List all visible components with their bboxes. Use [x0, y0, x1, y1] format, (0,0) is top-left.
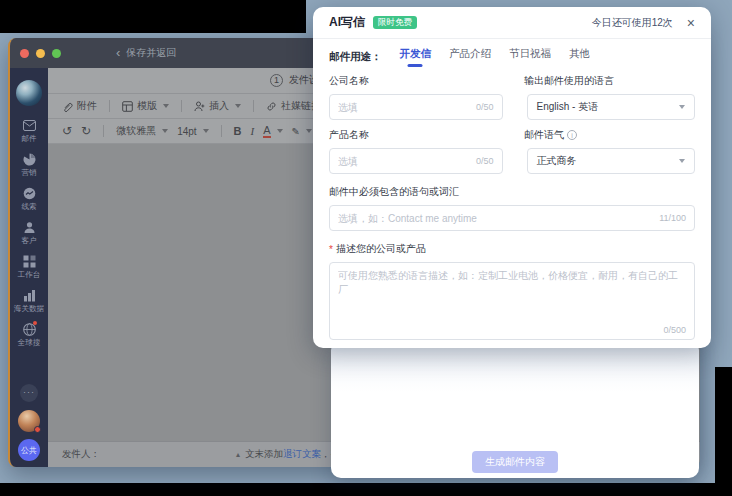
product-name-input[interactable]	[338, 156, 470, 167]
dialog-body: 公司名称 输出邮件使用的语言 0/50 English - 英语 产品名称 邮件…	[313, 66, 711, 340]
notification-dot	[33, 321, 37, 325]
company-name-fieldbox: 0/50	[329, 94, 503, 120]
font-family-select[interactable]: 微软雅黑	[116, 124, 168, 138]
traffic-lights	[20, 49, 61, 58]
collapse-arrow-icon[interactable]: ▴	[236, 450, 240, 459]
purpose-tabs: 邮件用途： 开发信 产品介绍 节日祝福 其他	[313, 39, 711, 66]
description-label: * 描述您的公司或产品	[329, 242, 695, 256]
chevron-down-icon	[162, 129, 168, 133]
must-include-input[interactable]	[338, 213, 653, 224]
person-icon	[22, 220, 36, 234]
sidebar: 邮件 营销 线索 客户	[10, 68, 48, 467]
trend-gauge-icon	[22, 186, 36, 200]
chevron-down-icon	[277, 129, 283, 133]
zoom-window-button[interactable]	[52, 49, 61, 58]
company-name-input[interactable]	[338, 102, 470, 113]
sidebar-item-customers[interactable]: 客户	[21, 220, 37, 245]
sidebar-item-customs-data[interactable]: 海关数据	[13, 288, 45, 313]
chevron-down-icon	[235, 104, 241, 108]
must-include-label: 邮件中必须包含的语句或词汇	[329, 185, 695, 199]
tab-holiday-greeting[interactable]: 节日祝福	[509, 47, 551, 67]
workspace-avatar[interactable]	[16, 80, 42, 106]
letterbox-top-left	[0, 0, 306, 33]
attachment-button[interactable]: 附件	[62, 99, 97, 113]
description-fieldbox: 0/500	[329, 262, 695, 340]
paperclip-icon	[62, 101, 73, 112]
dialog-title: AI写信	[329, 14, 365, 31]
company-name-counter: 0/50	[476, 102, 494, 112]
public-badge[interactable]: 公共	[18, 439, 40, 461]
info-icon[interactable]: i	[567, 130, 577, 140]
chevron-down-icon	[203, 129, 209, 133]
chevron-down-icon	[306, 129, 312, 133]
screen: ‹ 保存并返回 邮件 营销	[0, 0, 732, 496]
letterbox-bottom	[0, 483, 732, 496]
sidebar-item-mail[interactable]: 邮件	[21, 118, 37, 143]
grid-icon	[22, 254, 36, 268]
purpose-label: 邮件用途：	[329, 50, 382, 64]
output-language-label: 输出邮件使用的语言	[524, 74, 695, 88]
avatar-status-dot	[34, 426, 41, 433]
must-include-fieldbox: 11/100	[329, 205, 695, 231]
globe-icon	[22, 322, 36, 336]
email-tone-select[interactable]: 正式商务	[527, 148, 695, 174]
tab-other[interactable]: 其他	[569, 47, 590, 67]
limited-free-badge: 限时免费	[373, 16, 417, 29]
redo-button[interactable]: ↻	[81, 124, 91, 138]
close-icon[interactable]: ×	[687, 16, 695, 30]
back-save-return[interactable]: ‹ 保存并返回	[116, 46, 176, 60]
chevron-down-icon	[679, 159, 685, 163]
mail-icon	[22, 118, 36, 132]
italic-button[interactable]: I	[251, 125, 255, 137]
font-color-button[interactable]: A	[263, 125, 282, 138]
step-number: 1	[270, 74, 283, 87]
close-window-button[interactable]	[20, 49, 29, 58]
email-tone-value: 正式商务	[537, 154, 577, 168]
tab-product-intro[interactable]: 产品介绍	[449, 47, 491, 67]
template-icon	[122, 101, 133, 112]
sidebar-item-workbench[interactable]: 工作台	[17, 254, 41, 279]
sidebar-item-global-search[interactable]: 全球搜	[17, 322, 41, 347]
daily-quota-text: 今日还可使用12次	[592, 16, 673, 30]
description-textarea[interactable]	[338, 269, 686, 325]
sender-label: 发件人：	[62, 448, 100, 461]
unsubscribe-link[interactable]: 退订文案	[283, 448, 321, 459]
font-size-select[interactable]: 14pt	[177, 126, 208, 137]
highlight-button[interactable]: ✎	[292, 126, 312, 137]
output-language-value: English - 英语	[537, 100, 599, 114]
must-include-counter: 11/100	[659, 213, 686, 223]
product-name-counter: 0/50	[476, 156, 494, 166]
ai-write-dialog: AI写信 限时免费 今日还可使用12次 × 邮件用途： 开发信 产品介绍 节日祝…	[313, 7, 711, 348]
person-plus-icon	[194, 101, 205, 112]
bar-chart-icon	[22, 288, 36, 302]
bold-button[interactable]: B	[234, 125, 242, 137]
sidebar-more-button[interactable]: ···	[20, 384, 38, 402]
pie-chart-icon	[22, 152, 36, 166]
link-icon	[266, 101, 277, 112]
insert-button[interactable]: 插入	[194, 99, 241, 113]
back-label: 保存并返回	[126, 46, 176, 60]
chevron-down-icon	[163, 104, 169, 108]
chevron-down-icon	[679, 105, 685, 109]
template-button[interactable]: 模版	[122, 99, 169, 113]
tab-cold-email[interactable]: 开发信	[400, 47, 432, 67]
undo-button[interactable]: ↺	[62, 124, 72, 138]
back-chevron-icon: ‹	[116, 48, 120, 58]
dialog-header: AI写信 限时免费 今日还可使用12次 ×	[313, 7, 711, 39]
email-tone-label: 邮件语气 i	[524, 128, 695, 142]
letterbox-right	[715, 367, 732, 496]
minimize-window-button[interactable]	[36, 49, 45, 58]
product-name-fieldbox: 0/50	[329, 148, 503, 174]
user-avatar[interactable]	[18, 410, 40, 432]
sidebar-item-marketing[interactable]: 营销	[21, 152, 37, 177]
ai-result-panel: 生成邮件内容	[331, 340, 699, 478]
description-counter: 0/500	[663, 325, 686, 335]
generate-email-button[interactable]: 生成邮件内容	[472, 451, 558, 473]
product-name-label: 产品名称	[329, 128, 500, 142]
required-asterisk: *	[329, 244, 333, 255]
output-language-select[interactable]: English - 英语	[527, 94, 695, 120]
company-name-label: 公司名称	[329, 74, 500, 88]
sidebar-item-leads[interactable]: 线索	[21, 186, 37, 211]
